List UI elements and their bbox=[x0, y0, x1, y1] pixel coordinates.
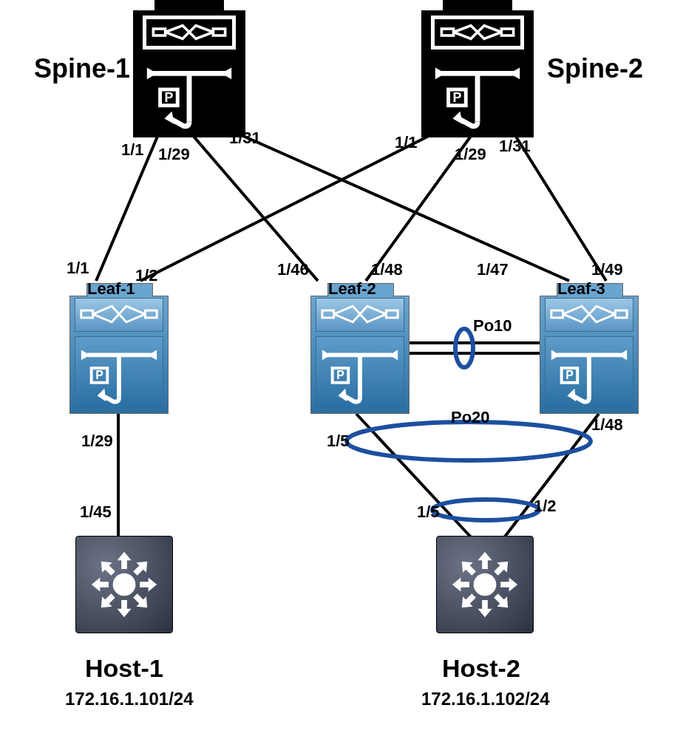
svg-marker-50 bbox=[452, 577, 469, 591]
host1-port-45: 1/45 bbox=[80, 503, 112, 522]
spine1-port-31: 1/31 bbox=[229, 129, 261, 148]
leaf-1-label: Leaf-1 bbox=[87, 279, 135, 299]
svg-line-1 bbox=[191, 133, 318, 281]
leaf-2-switch-icon: P bbox=[310, 296, 410, 414]
host2-port-5: 1/5 bbox=[417, 503, 440, 522]
svg-marker-42 bbox=[96, 556, 118, 579]
host-1-icon bbox=[75, 536, 173, 633]
host-2-icon bbox=[436, 536, 534, 633]
svg-line-8 bbox=[503, 414, 599, 539]
po20-label: Po20 bbox=[451, 408, 490, 427]
svg-point-12 bbox=[347, 422, 591, 460]
svg-marker-41 bbox=[92, 577, 109, 591]
svg-rect-30 bbox=[551, 310, 563, 318]
host-2-label: Host-2 bbox=[442, 654, 520, 683]
po10-label: Po10 bbox=[473, 316, 512, 336]
svg-marker-39 bbox=[117, 600, 131, 617]
leaf1-port-29: 1/29 bbox=[81, 432, 113, 451]
spine2-port-29: 1/29 bbox=[455, 145, 486, 164]
svg-marker-35 bbox=[117, 552, 131, 569]
svg-point-43 bbox=[474, 573, 497, 596]
spine-1-label: Spine-1 bbox=[34, 53, 130, 84]
leaf1-port-1: 1/1 bbox=[67, 259, 89, 278]
svg-text:P: P bbox=[164, 90, 173, 105]
host-1-label: Host-1 bbox=[85, 654, 163, 683]
svg-text:P: P bbox=[452, 90, 461, 105]
svg-point-11 bbox=[455, 329, 473, 367]
spine1-port-29: 1/29 bbox=[158, 145, 190, 164]
svg-marker-38 bbox=[130, 590, 152, 613]
svg-point-13 bbox=[432, 500, 539, 520]
svg-rect-27 bbox=[386, 310, 398, 318]
svg-rect-22 bbox=[81, 310, 93, 318]
spine2-port-31: 1/31 bbox=[499, 137, 531, 156]
svg-rect-14 bbox=[153, 29, 165, 35]
svg-rect-18 bbox=[441, 29, 453, 35]
leaf2-port-46: 1/46 bbox=[277, 260, 309, 279]
svg-rect-15 bbox=[213, 29, 225, 35]
svg-point-34 bbox=[113, 573, 136, 596]
leaf3-port-48: 1/48 bbox=[591, 415, 623, 435]
svg-marker-48 bbox=[478, 600, 492, 617]
leaf3-port-49: 1/49 bbox=[591, 260, 623, 279]
leaf3-port-47: 1/47 bbox=[477, 260, 509, 279]
host-1-ip: 172.16.1.101/24 bbox=[65, 689, 194, 709]
leaf-1-switch-icon: P bbox=[69, 296, 169, 414]
svg-marker-36 bbox=[130, 556, 152, 579]
svg-line-7 bbox=[356, 414, 473, 539]
svg-rect-23 bbox=[145, 310, 157, 318]
leaf2-port-5: 1/5 bbox=[327, 432, 350, 451]
svg-rect-31 bbox=[615, 310, 627, 318]
leaf1-port-2: 1/2 bbox=[135, 266, 158, 285]
svg-marker-47 bbox=[491, 590, 513, 613]
leaf-3-label: Leaf-3 bbox=[557, 279, 605, 299]
svg-text:P: P bbox=[336, 369, 344, 381]
spine2-port-1: 1/1 bbox=[395, 133, 418, 152]
host2-port-2: 1/2 bbox=[534, 497, 557, 516]
svg-text:P: P bbox=[95, 369, 103, 381]
svg-marker-37 bbox=[140, 577, 157, 591]
svg-rect-19 bbox=[501, 29, 513, 35]
leaf2-port-48: 1/48 bbox=[371, 260, 403, 279]
svg-rect-26 bbox=[322, 310, 334, 318]
svg-marker-49 bbox=[457, 590, 479, 613]
svg-marker-45 bbox=[491, 556, 513, 579]
spine-2-label: Spine-2 bbox=[547, 53, 643, 84]
svg-marker-40 bbox=[96, 590, 118, 613]
leaf-3-switch-icon: P bbox=[540, 296, 639, 414]
svg-marker-46 bbox=[500, 577, 517, 591]
svg-marker-51 bbox=[457, 556, 479, 579]
spine1-port-1: 1/1 bbox=[121, 140, 144, 160]
spine-2-switch-icon: P bbox=[421, 10, 534, 137]
spine-1-switch-icon: P bbox=[133, 10, 245, 137]
svg-marker-44 bbox=[478, 552, 492, 569]
host-2-ip: 172.16.1.102/24 bbox=[421, 689, 550, 709]
leaf-2-label: Leaf-2 bbox=[328, 279, 376, 299]
svg-text:P: P bbox=[565, 369, 573, 381]
